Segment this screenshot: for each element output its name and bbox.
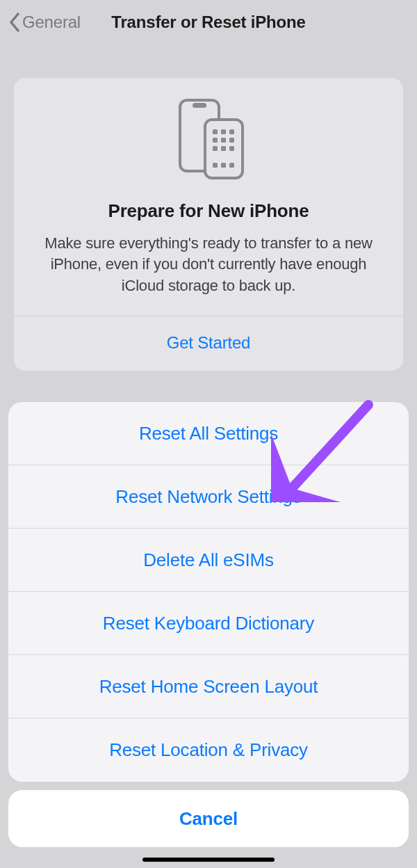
back-label: General [22, 13, 81, 32]
action-sheet-overlay: Reset All Settings Reset Network Setting… [0, 402, 417, 868]
reset-all-settings-button[interactable]: Reset All Settings [8, 402, 409, 465]
reset-location-privacy-button[interactable]: Reset Location & Privacy [8, 718, 409, 782]
svg-rect-12 [213, 163, 218, 168]
get-started-button[interactable]: Get Started [26, 316, 391, 371]
svg-rect-13 [221, 163, 226, 168]
svg-rect-5 [229, 129, 234, 134]
cancel-button[interactable]: Cancel [8, 790, 409, 847]
svg-rect-8 [229, 138, 234, 143]
back-button[interactable]: General [8, 12, 81, 33]
reset-home-screen-layout-button[interactable]: Reset Home Screen Layout [8, 655, 409, 718]
action-sheet: Reset All Settings Reset Network Setting… [8, 402, 409, 782]
content: Prepare for New iPhone Make sure everyth… [0, 78, 417, 371]
svg-rect-10 [221, 146, 226, 151]
chevron-left-icon [8, 12, 21, 33]
reset-keyboard-dictionary-button[interactable]: Reset Keyboard Dictionary [8, 592, 409, 655]
nav-title-text: Transfer or Reset iPhone [111, 13, 305, 31]
svg-rect-4 [221, 129, 226, 134]
svg-rect-9 [213, 146, 218, 151]
prepare-description: Make sure everything's ready to transfer… [26, 233, 391, 316]
svg-rect-6 [213, 138, 218, 143]
reset-network-settings-button[interactable]: Reset Network Settings [8, 465, 409, 529]
home-indicator[interactable] [142, 858, 275, 862]
svg-rect-3 [213, 129, 218, 134]
nav-bar: General Transfer or Reset iPhone [0, 0, 417, 45]
prepare-title: Prepare for New iPhone [26, 200, 391, 222]
prepare-card: Prepare for New iPhone Make sure everyth… [14, 78, 403, 371]
svg-rect-14 [229, 163, 234, 168]
transfer-devices-icon [26, 97, 391, 181]
delete-all-esims-button[interactable]: Delete All eSIMs [8, 529, 409, 592]
svg-rect-11 [229, 146, 234, 151]
svg-rect-1 [193, 103, 206, 108]
svg-rect-7 [221, 138, 226, 143]
